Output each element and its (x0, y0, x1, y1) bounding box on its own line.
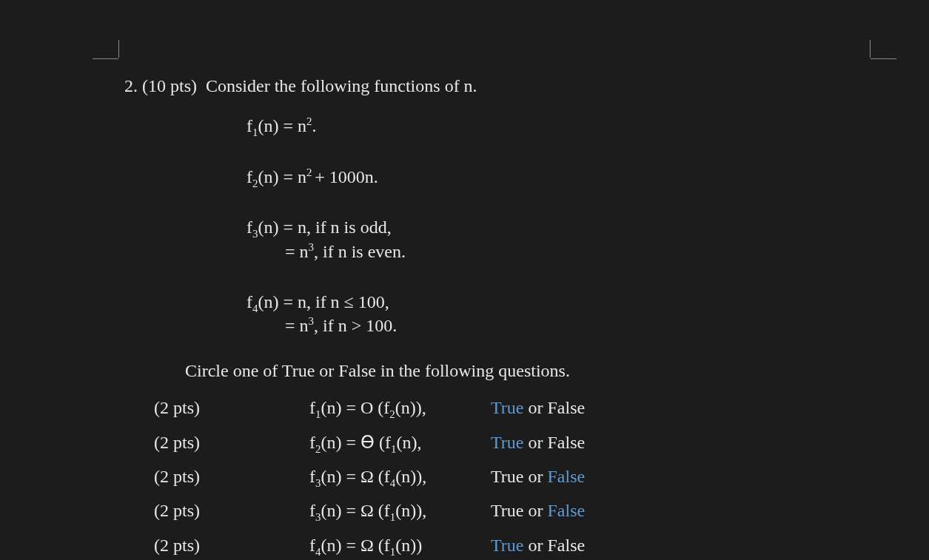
answer-true: True (491, 501, 523, 520)
tf-row: (2 pts) f3(n) = Ω (f1(n)), True or False (154, 499, 865, 522)
tf-expression: f2(n) = ϴ (f1(n), (309, 431, 491, 454)
def-line: = n3, if n is even. (285, 240, 865, 263)
tf-points: (2 pts) (154, 499, 309, 522)
answer-false: False (547, 398, 585, 417)
def-line: f3(n) = n, if n is odd, (246, 215, 865, 239)
answer-false: False (547, 501, 585, 520)
def-line: f2(n) = n2 + 1000n. (246, 167, 378, 186)
crop-mark (93, 58, 118, 59)
tf-points: (2 pts) (154, 431, 309, 454)
answer-true: True (491, 536, 523, 555)
def-line: = n3, if n > 100. (285, 314, 865, 337)
question-points: (10 pts) (142, 76, 197, 95)
answer-false: False (547, 536, 585, 555)
answer-sep: or (523, 398, 547, 417)
tf-points: (2 pts) (154, 396, 309, 419)
question-header: 2. (10 pts) Consider the following funct… (124, 74, 865, 98)
question-prompt: Consider the following functions of n. (206, 76, 477, 95)
def-line: f1(n) = n2. (246, 116, 316, 135)
answer-sep: or (523, 433, 547, 452)
tf-points: (2 pts) (154, 533, 309, 557)
tf-answer: True or False (491, 396, 585, 419)
tf-points: (2 pts) (154, 465, 309, 488)
answer-sep: or (523, 467, 547, 486)
definition-f3: f3(n) = n, if n is odd, = n3, if n is ev… (246, 215, 865, 263)
answer-sep: or (523, 536, 547, 555)
definition-f1: f1(n) = n2. (246, 114, 865, 138)
tf-expression: f1(n) = O (f2(n)), (309, 396, 491, 419)
tf-answer: True or False (491, 431, 585, 454)
instruction-text: Circle one of True or False in the follo… (185, 359, 865, 382)
crop-mark (871, 58, 896, 59)
tf-answer: True or False (491, 465, 585, 488)
tf-row: (2 pts) f3(n) = Ω (f4(n)), True or False (154, 465, 865, 488)
tf-row: (2 pts) f4(n) = Ω (f1(n)) True or False (154, 533, 865, 557)
true-false-list: (2 pts) f1(n) = O (f2(n)), True or False… (124, 396, 865, 557)
answer-false: False (547, 433, 585, 452)
tf-row: (2 pts) f1(n) = O (f2(n)), True or False (154, 396, 865, 419)
crop-mark (870, 40, 871, 58)
answer-true: True (491, 398, 523, 417)
tf-answer: True or False (491, 499, 585, 522)
definition-f2: f2(n) = n2 + 1000n. (246, 165, 865, 189)
tf-expression: f4(n) = Ω (f1(n)) (309, 533, 491, 557)
document-content: 2. (10 pts) Consider the following funct… (124, 74, 865, 560)
tf-row: (2 pts) f2(n) = ϴ (f1(n), True or False (154, 431, 865, 454)
tf-answer: True or False (491, 533, 585, 557)
definition-f4: f4(n) = n, if n ≤ 100, = n3, if n > 100. (246, 290, 865, 338)
tf-expression: f3(n) = Ω (f1(n)), (309, 499, 491, 522)
function-definitions: f1(n) = n2. f2(n) = n2 + 1000n. f3(n) = … (246, 114, 865, 337)
answer-false: False (547, 467, 585, 486)
answer-true: True (491, 467, 523, 486)
question-number: 2. (124, 76, 138, 95)
answer-sep: or (523, 501, 547, 520)
def-line: f4(n) = n, if n ≤ 100, (246, 290, 865, 314)
answer-true: True (491, 433, 523, 452)
tf-expression: f3(n) = Ω (f4(n)), (309, 465, 491, 488)
crop-mark (118, 40, 119, 58)
